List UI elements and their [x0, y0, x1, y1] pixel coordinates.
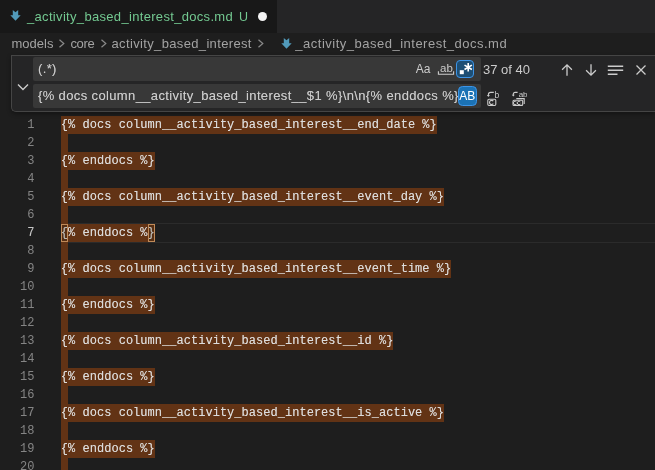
svg-text:b: b: [495, 91, 500, 100]
svg-text:ab: ab: [440, 62, 453, 74]
